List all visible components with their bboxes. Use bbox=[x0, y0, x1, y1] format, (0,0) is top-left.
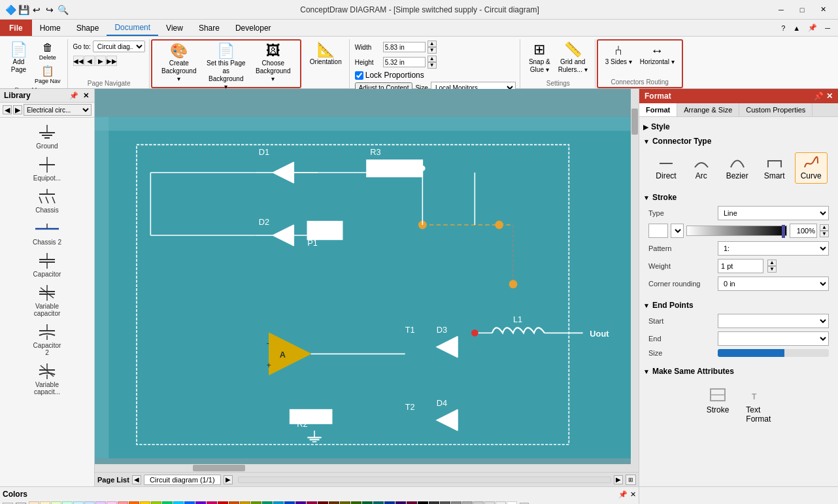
format-pin-btn[interactable]: 📌 bbox=[814, 92, 824, 101]
color-chip[interactable] bbox=[329, 501, 339, 504]
opacity-spin-down[interactable]: ▼ bbox=[820, 231, 829, 237]
lib-nav-next[interactable]: ▶ bbox=[13, 105, 22, 114]
scroll-thumb-h[interactable] bbox=[193, 465, 245, 471]
color-chip[interactable] bbox=[384, 501, 395, 504]
page-list-prev-btn[interactable]: ◀ bbox=[132, 475, 141, 484]
add-page-btn[interactable]: 📄 AddPage bbox=[7, 41, 31, 76]
color-chip[interactable] bbox=[118, 501, 128, 504]
color-chip[interactable] bbox=[473, 501, 484, 504]
redo-icon[interactable]: ↪ bbox=[44, 5, 55, 15]
minimize-panel-btn[interactable]: ─ bbox=[822, 23, 833, 33]
width-spin-down[interactable]: ▼ bbox=[427, 47, 437, 54]
nav-last-btn[interactable]: ▶▶ bbox=[107, 56, 117, 66]
color-chip[interactable] bbox=[40, 501, 50, 504]
pin-btn[interactable]: 📌 bbox=[805, 22, 820, 33]
save-icon[interactable]: 💾 bbox=[18, 5, 29, 15]
nav-prev-btn[interactable]: ◀ bbox=[84, 56, 95, 66]
color-chip[interactable] bbox=[173, 501, 184, 504]
library-close-btn[interactable]: ✕ bbox=[81, 91, 90, 100]
color-chip[interactable] bbox=[29, 501, 39, 504]
color-chip[interactable] bbox=[407, 501, 417, 504]
width-input[interactable] bbox=[383, 42, 426, 52]
search-icon[interactable]: 🔍 bbox=[58, 5, 68, 15]
horizontal-btn[interactable]: ↔ Horizontal ▾ bbox=[637, 42, 678, 68]
library-category-select[interactable]: Electrical circ... bbox=[24, 104, 92, 116]
lib-item-var-capacit[interactable]: Variablecapacit... bbox=[3, 359, 92, 398]
color-chip[interactable] bbox=[195, 501, 206, 504]
colors-close-btn[interactable]: ✕ bbox=[630, 490, 636, 499]
goto-select[interactable]: Circuit diag... bbox=[93, 41, 145, 52]
color-chip[interactable] bbox=[418, 501, 428, 504]
lib-nav-prev[interactable]: ◀ bbox=[3, 105, 12, 114]
delete-page-btn[interactable]: 🗑 Delete bbox=[32, 41, 63, 62]
menu-share[interactable]: Share bbox=[191, 20, 227, 36]
color-chip[interactable] bbox=[440, 501, 450, 504]
library-pin-btn[interactable]: 📌 bbox=[69, 91, 78, 100]
color-chip[interactable] bbox=[107, 501, 117, 504]
height-spin-up[interactable]: ▲ bbox=[427, 56, 437, 62]
color-chip[interactable] bbox=[207, 501, 217, 504]
colors-pin-btn[interactable]: 📌 bbox=[618, 490, 628, 499]
lib-item-chassis[interactable]: Chassis bbox=[3, 184, 92, 216]
page-list-end-btn[interactable]: ▶ bbox=[614, 475, 623, 484]
connector-bezier-btn[interactable]: Bezier bbox=[720, 152, 754, 184]
scroll-horizontal[interactable] bbox=[95, 464, 631, 472]
undo-icon[interactable]: ↩ bbox=[31, 5, 42, 15]
color-chip[interactable] bbox=[240, 501, 250, 504]
color-chip[interactable] bbox=[162, 501, 173, 504]
color-chip[interactable] bbox=[140, 501, 150, 504]
start-select[interactable] bbox=[718, 314, 829, 328]
format-close-btn[interactable]: ✕ bbox=[826, 92, 833, 101]
lock-proportions-check[interactable] bbox=[355, 71, 363, 80]
stroke-section-header[interactable]: ▼ Stroke bbox=[643, 192, 834, 203]
opacity-thumb[interactable] bbox=[782, 225, 785, 238]
stroke-color-swatch[interactable] bbox=[648, 224, 668, 238]
make-same-stroke-btn[interactable]: Stroke bbox=[701, 384, 735, 426]
height-spin-down[interactable]: ▼ bbox=[427, 62, 437, 69]
color-chip[interactable] bbox=[484, 501, 495, 504]
color-chip[interactable] bbox=[429, 501, 439, 504]
connector-curve-btn[interactable]: Curve bbox=[795, 152, 828, 184]
weight-input[interactable] bbox=[718, 259, 763, 273]
color-chip[interactable] bbox=[229, 501, 239, 504]
connector-type-header[interactable]: ▼ Connector Type bbox=[643, 135, 834, 147]
corner-rounding-select[interactable]: 0 in bbox=[718, 277, 829, 291]
help-btn[interactable]: ? bbox=[779, 23, 788, 33]
lib-item-ground[interactable]: Ground bbox=[3, 120, 92, 152]
color-chip[interactable] bbox=[318, 501, 328, 504]
nav-first-btn[interactable]: ◀◀ bbox=[73, 56, 84, 66]
color-chip[interactable] bbox=[51, 501, 61, 504]
color-chip[interactable] bbox=[73, 501, 84, 504]
lib-item-equipot[interactable]: Equipot... bbox=[3, 152, 92, 184]
height-input[interactable] bbox=[383, 57, 426, 67]
color-chip[interactable] bbox=[284, 501, 295, 504]
page-scrollbar[interactable] bbox=[238, 477, 611, 483]
collapse-ribbon-btn[interactable]: ▲ bbox=[790, 23, 803, 33]
make-same-text-format-btn[interactable]: T TextFormat bbox=[741, 384, 776, 426]
color-chip[interactable] bbox=[462, 501, 473, 504]
page-navigator-btn[interactable]: 📋 Page Nav bbox=[32, 63, 63, 86]
choose-background-btn[interactable]: 🖼 ChooseBackground ▾ bbox=[250, 42, 296, 85]
size-slider[interactable] bbox=[718, 349, 829, 357]
three-sides-btn[interactable]: ⑃ 3 Sides ▾ bbox=[602, 42, 635, 68]
menu-developer[interactable]: Developer bbox=[227, 20, 279, 36]
opacity-bar[interactable] bbox=[686, 226, 787, 236]
color-chip[interactable] bbox=[151, 501, 161, 504]
color-chip[interactable] bbox=[351, 501, 361, 504]
color-chip[interactable] bbox=[373, 501, 384, 504]
scroll-thumb-v[interactable] bbox=[631, 109, 638, 135]
color-chip[interactable] bbox=[495, 501, 506, 504]
menu-view[interactable]: View bbox=[158, 20, 191, 36]
page-tab-circuit[interactable]: Circuit diagram (1/1) bbox=[144, 475, 221, 485]
weight-spin-up[interactable]: ▲ bbox=[767, 260, 777, 266]
weight-spin-down[interactable]: ▼ bbox=[767, 266, 777, 273]
width-spin-up[interactable]: ▲ bbox=[427, 41, 437, 47]
color-chip[interactable] bbox=[273, 501, 284, 504]
opacity-input[interactable] bbox=[790, 224, 817, 238]
connector-arc-btn[interactable]: Arc bbox=[686, 152, 716, 184]
connector-smart-btn[interactable]: Smart bbox=[758, 152, 791, 184]
orientation-btn[interactable]: 📐 Orientation bbox=[307, 41, 345, 68]
opacity-spin-up[interactable]: ▲ bbox=[820, 224, 829, 231]
color-chip[interactable] bbox=[507, 501, 517, 504]
color-chip[interactable] bbox=[218, 501, 228, 504]
